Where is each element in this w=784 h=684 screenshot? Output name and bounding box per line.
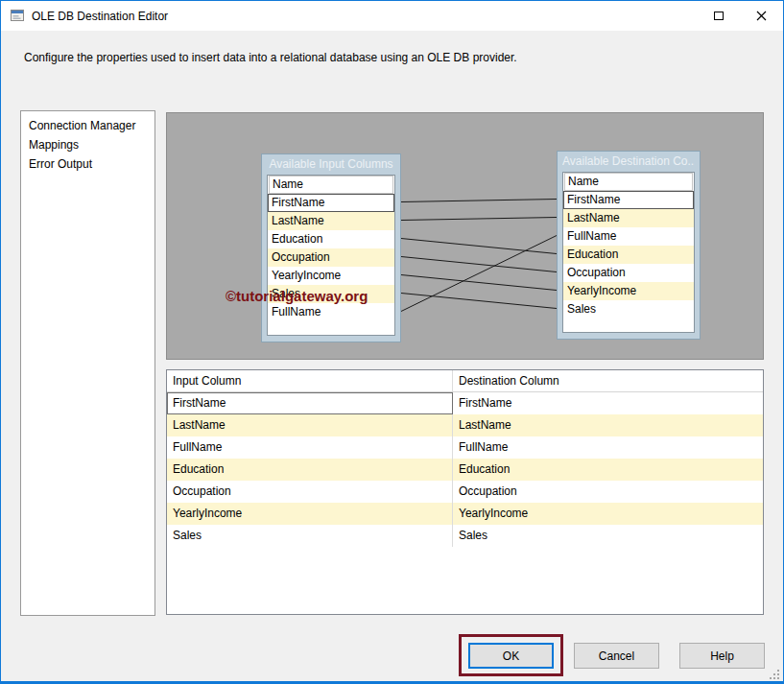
input-column-row[interactable]: FirstName bbox=[268, 194, 394, 212]
input-column-row[interactable]: Occupation bbox=[268, 248, 394, 267]
resize-grip[interactable] bbox=[770, 669, 780, 679]
help-button[interactable]: Help bbox=[679, 643, 765, 669]
grid-cell-input[interactable]: FirstName bbox=[167, 392, 453, 414]
grid-row: Occupation Occupation bbox=[167, 481, 763, 503]
input-table-title: Available Input Columns bbox=[267, 154, 395, 175]
destination-column-row[interactable]: FirstName bbox=[563, 191, 694, 209]
destination-column-row[interactable]: LastName bbox=[563, 209, 694, 227]
grid-cell-destination[interactable]: Sales bbox=[453, 525, 763, 547]
grid-cell-input[interactable]: YearlyIncome bbox=[167, 503, 453, 525]
dialog-description: Configure the properties used to insert … bbox=[24, 51, 734, 64]
grid-cell-destination[interactable]: Occupation bbox=[453, 481, 763, 503]
cancel-button[interactable]: Cancel bbox=[574, 643, 659, 669]
sidebar-item-connection-manager[interactable]: Connection Manager bbox=[21, 116, 154, 135]
input-column-row[interactable]: Sales bbox=[268, 285, 394, 303]
grid-cell-input[interactable]: Sales bbox=[167, 525, 453, 547]
ok-button[interactable]: OK bbox=[468, 643, 554, 669]
destination-table-title: Available Destination Co... bbox=[562, 152, 695, 172]
grid-cell-input[interactable]: Education bbox=[167, 459, 453, 481]
grid-cell-destination[interactable]: LastName bbox=[453, 414, 763, 436]
mapping-diagram: Available Input Columns Name FirstName L… bbox=[166, 112, 764, 360]
title-bar: OLE DB Destination Editor bbox=[1, 1, 783, 31]
grid-row: YearlyIncome YearlyIncome bbox=[167, 503, 763, 525]
close-button[interactable] bbox=[740, 1, 783, 31]
grid-row: LastName LastName bbox=[167, 414, 763, 436]
close-icon bbox=[756, 11, 767, 21]
grid-row: Education Education bbox=[167, 459, 763, 481]
destination-column-row[interactable]: Education bbox=[563, 246, 694, 264]
ole-db-destination-editor-window: OLE DB Destination Editor Configure the … bbox=[0, 0, 784, 684]
pages-list: Connection Manager Mappings Error Output bbox=[20, 110, 155, 616]
available-destination-columns-table: Available Destination Co... Name FirstNa… bbox=[557, 151, 701, 340]
grid-row: FullName FullName bbox=[167, 436, 763, 459]
destination-column-row[interactable]: Sales bbox=[563, 300, 694, 318]
sidebar-item-mappings[interactable]: Mappings bbox=[21, 135, 154, 154]
maximize-icon bbox=[714, 12, 724, 20]
resize-grip-icon bbox=[770, 669, 780, 679]
input-column-row[interactable]: Education bbox=[268, 230, 394, 248]
destination-column-row[interactable]: YearlyIncome bbox=[563, 282, 694, 300]
available-input-columns-table: Available Input Columns Name FirstName L… bbox=[261, 153, 401, 342]
grid-header-destination-column: Destination Column bbox=[453, 370, 763, 391]
input-name-column-header: Name bbox=[269, 176, 393, 194]
input-column-row[interactable]: LastName bbox=[268, 212, 394, 230]
maximize-button[interactable] bbox=[697, 1, 740, 31]
grid-cell-destination[interactable]: FullName bbox=[453, 436, 763, 459]
input-column-row[interactable]: YearlyIncome bbox=[268, 267, 394, 285]
grid-row: FirstName FirstName bbox=[167, 392, 763, 414]
grid-cell-input[interactable]: FullName bbox=[167, 436, 453, 459]
grid-cell-input[interactable]: LastName bbox=[167, 414, 453, 436]
mapping-grid: Input Column Destination Column FirstNam… bbox=[166, 369, 764, 615]
window-title: OLE DB Destination Editor bbox=[32, 10, 168, 23]
grid-header-input-column: Input Column bbox=[167, 370, 453, 391]
grid-cell-input[interactable]: Occupation bbox=[167, 481, 453, 503]
grid-cell-destination[interactable]: YearlyIncome bbox=[453, 503, 763, 525]
grid-cell-destination[interactable]: Education bbox=[453, 459, 763, 481]
destination-table-body: Name FirstName LastName FullName Educati… bbox=[562, 172, 695, 333]
grid-header-row: Input Column Destination Column bbox=[167, 370, 763, 392]
destination-name-column-header: Name bbox=[564, 173, 693, 191]
destination-column-row[interactable]: Occupation bbox=[563, 264, 694, 282]
sidebar-item-error-output[interactable]: Error Output bbox=[21, 154, 154, 174]
input-table-body: Name FirstName LastName Education Occupa… bbox=[267, 175, 395, 336]
grid-row: Sales Sales bbox=[167, 525, 763, 547]
grid-cell-destination[interactable]: FirstName bbox=[453, 392, 763, 414]
app-icon bbox=[10, 8, 25, 23]
input-column-row[interactable]: FullName bbox=[268, 303, 394, 321]
destination-column-row[interactable]: FullName bbox=[563, 227, 694, 246]
